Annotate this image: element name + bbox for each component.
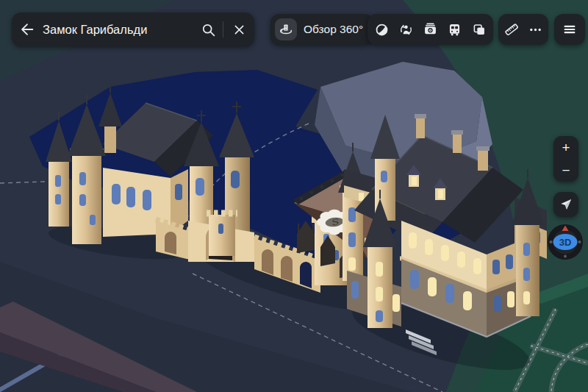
hamburger-menu-icon bbox=[562, 21, 578, 38]
locate-button[interactable] bbox=[553, 192, 578, 217]
map-canvas[interactable]: S bbox=[0, 0, 588, 392]
bookmarks-layers-icon bbox=[471, 22, 487, 38]
transport-button[interactable] bbox=[442, 14, 467, 45]
zoom-in-label: + bbox=[562, 140, 570, 155]
ruler-button[interactable] bbox=[499, 14, 523, 45]
zoom-control: + − bbox=[553, 136, 578, 182]
bookmarks-button[interactable] bbox=[467, 14, 491, 45]
clear-search-button[interactable] bbox=[223, 13, 254, 46]
menu-button[interactable] bbox=[554, 14, 585, 45]
map-layers-toolbar bbox=[368, 14, 493, 45]
locate-arrow-icon bbox=[559, 197, 573, 212]
search-input[interactable] bbox=[43, 23, 193, 37]
overview-360-button[interactable]: Обзор 360° bbox=[270, 14, 373, 45]
building-360-icon bbox=[275, 18, 297, 40]
search-button[interactable] bbox=[193, 13, 223, 46]
back-arrow-icon bbox=[19, 21, 35, 38]
panoramas-button[interactable] bbox=[370, 14, 394, 45]
zoom-out-button[interactable]: − bbox=[553, 159, 578, 182]
search-bar[interactable] bbox=[12, 13, 254, 46]
back-button[interactable] bbox=[12, 13, 43, 46]
panoramas-icon bbox=[374, 22, 390, 38]
mirrors-button[interactable] bbox=[394, 14, 418, 45]
photos-button[interactable] bbox=[418, 14, 442, 45]
close-icon bbox=[232, 23, 246, 37]
search-magnifier-icon bbox=[201, 22, 216, 38]
overview-360-label: Обзор 360° bbox=[304, 23, 363, 36]
compass-3d-label: 3D bbox=[559, 237, 572, 248]
zoom-out-label: − bbox=[562, 163, 570, 178]
more-ellipsis-icon bbox=[528, 22, 543, 38]
mirrors-person-rotation-icon bbox=[398, 22, 414, 38]
yandex-maps-3d-app: S bbox=[0, 0, 588, 392]
tools-toolbar bbox=[498, 14, 548, 45]
photos-camera-icon bbox=[423, 22, 438, 38]
zoom-in-button[interactable]: + bbox=[553, 136, 578, 159]
transport-bus-icon bbox=[447, 22, 462, 38]
ruler-measure-icon bbox=[503, 21, 520, 38]
more-button[interactable] bbox=[523, 14, 548, 45]
compass-3d-control[interactable]: 3D bbox=[546, 223, 584, 261]
